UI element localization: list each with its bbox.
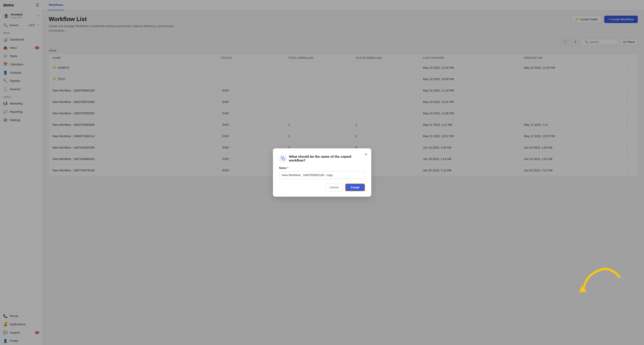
modal-title: What should be the name of the copied wo… <box>289 155 365 162</box>
modal-overlay: What should be the name of the copied wo… <box>0 0 644 345</box>
copy-workflow-modal: What should be the name of the copied wo… <box>273 148 371 197</box>
copy-icon <box>279 155 287 162</box>
modal-close-button[interactable]: ✕ <box>364 152 368 157</box>
modal-actions: Cancel Create <box>279 183 365 191</box>
workflow-name-input[interactable] <box>279 171 365 179</box>
required-indicator: * <box>287 166 288 170</box>
arrow-annotation <box>577 259 622 296</box>
svg-marker-1 <box>579 286 587 293</box>
create-button[interactable]: Create <box>345 183 365 191</box>
name-label: Name <box>279 166 286 170</box>
cancel-button[interactable]: Cancel <box>326 183 343 191</box>
svg-rect-0 <box>282 158 284 160</box>
